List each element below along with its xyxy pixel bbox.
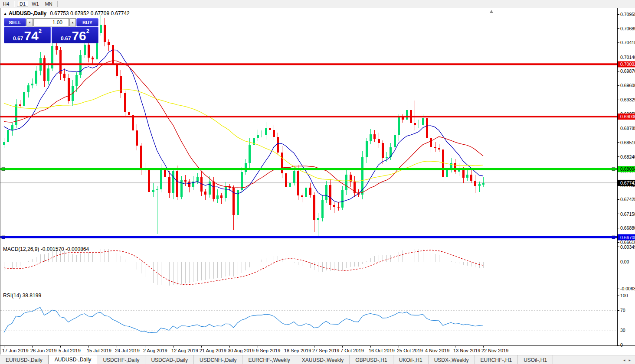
timeframe-button-d1[interactable]: D1 [17, 1, 28, 7]
support-line-068004-handle[interactable] [2, 168, 5, 171]
rsi-tick-label: 100 [620, 293, 628, 298]
buy-price-pip-digit: 2 [86, 28, 89, 34]
bottom-tab-audusd-daily[interactable]: AUDUSD-,Daily [49, 355, 98, 364]
bottom-tab-usdcnh-daily[interactable]: USDCNH-,Daily [194, 355, 242, 364]
price-tick-label: 0.70685 [620, 26, 635, 31]
volume-input[interactable]: 1.00 [33, 18, 69, 26]
sell-price-display[interactable]: 0.67 74 2 [4, 27, 51, 43]
time-axis-label: 7 Oct 2019 [340, 348, 364, 353]
tab-scroll-right-icon[interactable]: ▸ [628, 358, 631, 362]
time-axis-label: 22 Nov 2019 [481, 348, 508, 353]
time-axis-label: 26 Jun 2019 [30, 348, 57, 353]
support-line-066705-handle[interactable] [612, 236, 615, 239]
macd-indicator-label: MACD(12,26,9) -0.001570 -0.000864 [3, 246, 89, 252]
timeframe-button-h4[interactable]: H4 [0, 1, 12, 7]
time-axis-label: 18 Sep 2019 [284, 348, 311, 353]
chart-title: ▲AUDUSD-,Daily0.67753 0.67852 0.67709 0.… [3, 10, 130, 16]
macd-tick-label: 0.00349 [620, 244, 635, 250]
bottom-tab-ukoil-h1[interactable]: UKOil-,H1 [393, 355, 429, 364]
candlestick-series [3, 15, 484, 238]
time-axis-label: 27 Sep 2019 [312, 348, 339, 353]
time-axis-label: 21 Aug 2019 [200, 348, 226, 353]
time-axis-label: 16 Oct 2019 [369, 348, 395, 353]
price-tick-label: 0.66880 [620, 225, 635, 231]
price-marker-label: 0.69006 [620, 114, 635, 119]
one-click-trading-panel: SELL ▼ 1.00 ▲ BUY 0.67 74 2 0.67 76 2 [4, 18, 98, 43]
bottom-tab-eurchf-weekly[interactable]: EURCHF-,Weekly [242, 355, 296, 364]
mt4-terminal: { "toolbar": { "timeframes": [ {"label":… [0, 0, 635, 364]
time-axis-label: 5 Jul 2019 [59, 348, 81, 353]
sell-price-big-digits: 74 [24, 30, 38, 42]
time-axis-label: 25 Oct 2019 [397, 348, 423, 353]
rsi-tick-label: 30 [620, 328, 625, 333]
time-axis-label: 4 Nov 2019 [425, 348, 449, 353]
timeframe-button-w1[interactable]: W1 [29, 1, 42, 7]
bottom-tab-usdchf-daily[interactable]: USDCHF-,Daily [97, 355, 145, 364]
macd-signal-line [4, 250, 483, 285]
price-tick-label: 0.70955 [620, 12, 635, 17]
time-axis-label: 15 Jul 2019 [87, 348, 111, 353]
bottom-tab-eurusd-daily[interactable]: EURUSD-,Daily [0, 355, 49, 364]
price-marker-label: 0.70002 [620, 62, 635, 67]
price-marker-label: 0.67742 [620, 180, 635, 185]
buy-price-display[interactable]: 0.67 76 2 [52, 27, 98, 43]
bottom-tab-usoil-h1[interactable]: USOil-,H1 [518, 355, 553, 364]
time-axis-label: 24 Jul 2019 [115, 348, 140, 353]
bottom-tab-usdx-weekly[interactable]: USDX-,Weekly [429, 355, 475, 364]
bottom-tab-eurchf-h1[interactable]: EURCHF-,H1 [475, 355, 518, 364]
bottom-tab-gbpusd-h1[interactable]: GBPUSD-,H1 [350, 355, 393, 364]
bottom-tab-xauusd-weekly[interactable]: XAUUSD-,Weekly [296, 355, 350, 364]
time-axis-label: 30 Aug 2019 [228, 348, 255, 353]
collapse-triangle-icon[interactable]: ▲ [3, 12, 7, 16]
volume-decrease-button[interactable]: ▼ [26, 18, 33, 26]
timeframe-toolbar: H4D1W1MN [0, 0, 635, 8]
buy-price-big-digits: 76 [72, 30, 86, 42]
price-tick-label: 0.69600 [620, 83, 635, 88]
price-tick-label: 0.68240 [620, 154, 635, 159]
macd-tick-label: -0.00637 [620, 286, 635, 291]
timeframe-button-mn[interactable]: MN [43, 1, 55, 7]
time-axis-label: 2 Aug 2019 [143, 348, 167, 353]
support-line-068004-handle[interactable] [612, 168, 615, 171]
moving-average-10 [4, 50, 483, 202]
price-tick-label: 0.68785 [620, 126, 635, 131]
time-axis-label: 12 Aug 2019 [171, 348, 198, 353]
price-tick-label: 0.67425 [620, 197, 635, 202]
toolbar-separator [57, 1, 58, 7]
chart-window: 0.709550.706850.704150.701400.698700.696… [0, 8, 635, 354]
buy-button[interactable]: BUY [76, 18, 98, 26]
chart-tab-bar: EURUSD-,DailyAUDUSD-,DailyUSDCHF-,DailyU… [0, 355, 635, 364]
bottom-tab-usdcad-daily[interactable]: USDCAD-,Daily [145, 355, 194, 364]
time-axis-label: 13 Nov 2019 [453, 348, 480, 353]
volume-increase-button[interactable]: ▲ [69, 18, 76, 26]
toolbar-separator [14, 1, 15, 7]
price-tick-label: 0.67150 [620, 211, 635, 217]
main-chart-svg[interactable]: 0.709550.706850.704150.701400.698700.696… [0, 8, 635, 354]
buy-price-prefix: 0.67 [61, 36, 71, 42]
rsi-line [4, 307, 483, 333]
rsi-tick-label: 0 [620, 342, 623, 348]
support-line-066705-handle[interactable] [2, 236, 5, 239]
sell-button[interactable]: SELL [4, 18, 26, 26]
price-tick-label: 0.68510 [620, 140, 635, 145]
rsi-tick-label: 70 [620, 308, 625, 313]
macd-tick-label: 0.00 [620, 259, 629, 264]
moving-average-45 [4, 90, 483, 181]
price-tick-label: 0.70140 [620, 55, 635, 60]
price-tick-label: 0.70415 [620, 40, 635, 45]
time-axis-label: 9 Sep 2019 [256, 348, 280, 353]
sell-price-prefix: 0.67 [13, 36, 23, 42]
sell-price-pip-digit: 2 [39, 28, 42, 34]
time-axis-label: 17 Jun 2019 [2, 348, 29, 353]
chart-ohlc-values: 0.67753 0.67852 0.67709 0.67742 [50, 10, 130, 16]
price-marker-label: 0.68004 [620, 166, 635, 172]
chart-shift-marker-icon[interactable] [490, 10, 493, 13]
tab-scroll-left-icon[interactable]: ◂ [623, 358, 625, 362]
price-tick-label: 0.69325 [620, 97, 635, 102]
price-marker-label: 0.66705 [620, 235, 635, 240]
rsi-indicator-label: RSI(14) 38.8199 [3, 292, 41, 299]
chart-symbol-label: AUDUSD-,Daily [9, 10, 46, 16]
macd-histogram [4, 249, 484, 286]
price-tick-label: 0.69870 [620, 68, 635, 74]
